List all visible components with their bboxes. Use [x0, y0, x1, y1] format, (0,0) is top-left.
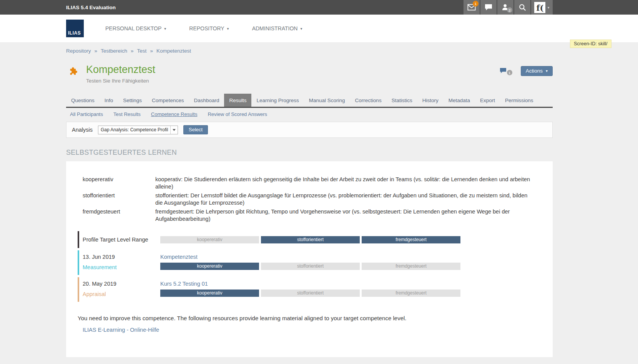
- tab-history[interactable]: History: [417, 94, 444, 107]
- search-button[interactable]: [514, 0, 530, 15]
- menu-repository[interactable]: REPOSITORY ▾: [189, 25, 229, 31]
- target-row-marker: [78, 231, 79, 248]
- appraisal-bars: koopererativ stofforientiert fremdgesteu…: [160, 290, 460, 297]
- ilias-logo-text: ILIAS: [68, 30, 81, 36]
- legend-description: kooperativ: Die Studierenden erläutern s…: [155, 176, 534, 190]
- legend-term: koopererativ: [83, 176, 155, 190]
- chat-button[interactable]: [480, 0, 497, 15]
- level-bar: koopererativ: [160, 263, 259, 270]
- tab-dashboard[interactable]: Dashboard: [189, 94, 224, 107]
- ilias-logo[interactable]: ILIAS: [66, 20, 84, 37]
- improvement-message: You need to improve this competence. The…: [78, 315, 537, 321]
- appraisal-type-label: Appraisal: [83, 291, 160, 297]
- test-object-icon-wrap: [66, 64, 79, 84]
- select-button[interactable]: Select: [183, 125, 208, 134]
- measurement-type-label: Measurement: [83, 264, 160, 270]
- subtab-bar: All Participants Test Results Competence…: [66, 108, 638, 117]
- breadcrumb-separator: »: [131, 48, 134, 54]
- target-level-bars: koopererativ stofforientiert fremdgesteu…: [160, 231, 460, 248]
- appraisal-row-marker: [78, 277, 79, 302]
- level-bar: koopererativ: [160, 236, 259, 243]
- analysis-select-value: Gap Analysis: Competence Profil: [98, 127, 170, 132]
- chevron-down-icon: ▾: [547, 5, 549, 10]
- analysis-toolbar: Analysis Gap Analysis: Competence Profil…: [66, 122, 553, 138]
- chevron-down-icon: ▾: [300, 26, 302, 31]
- tab-results[interactable]: Results: [224, 94, 251, 107]
- mail-badge: 1: [473, 1, 478, 7]
- breadcrumb-separator: »: [95, 48, 98, 54]
- avatar: f(: [534, 2, 545, 13]
- breadcrumb-separator: »: [150, 48, 153, 54]
- top-bar: ILIAS 5.4 Evaluation 1 2 f( ▾: [0, 0, 638, 15]
- user-menu-button[interactable]: f( ▾: [531, 0, 553, 15]
- breadcrumb-kompetenztest[interactable]: Kompetenztest: [156, 48, 191, 54]
- mail-button[interactable]: 1: [464, 0, 480, 15]
- appraisal-row: 20. May 2019 Appraisal Kurs 5.2 Testing …: [78, 277, 537, 302]
- comments-button[interactable]: 1: [500, 66, 512, 75]
- subtab-all-participants[interactable]: All Participants: [70, 111, 103, 117]
- menu-administration[interactable]: ADMINISTRATION ▾: [252, 25, 302, 31]
- select-caret-icon: [170, 126, 178, 134]
- level-bar: stofforientiert: [261, 290, 360, 297]
- legend-description: fremdgesteuert: Die Lehrperson gibt Rich…: [155, 208, 534, 223]
- puzzle-icon: [66, 72, 78, 78]
- appraisal-source-link[interactable]: Kurs 5.2 Testing 01: [160, 281, 460, 287]
- legend-row: fremdgesteuert fremdgesteuert: Die Lehrp…: [83, 208, 537, 223]
- level-bar: stofforientiert: [261, 263, 360, 270]
- tab-competences[interactable]: Competences: [147, 94, 189, 107]
- main-header: ILIAS PERSONAL DESKTOP ▾ REPOSITORY ▾ AD…: [0, 15, 638, 42]
- screen-id-badge: Screen-ID: skill/: [570, 40, 611, 48]
- tab-metadata[interactable]: Metadata: [444, 94, 475, 107]
- tab-learning-progress[interactable]: Learning Progress: [251, 94, 304, 107]
- learning-resource-link[interactable]: ILIAS E-Learning - Online-Hilfe: [83, 327, 159, 333]
- target-row-label: Profile Target Level Range: [83, 237, 148, 243]
- title-controls: 1 Actions ▾: [500, 64, 553, 84]
- legend-description: stofforientiert: Der Lernstoff bildet di…: [155, 192, 534, 207]
- measurement-source-link[interactable]: Kompetenztest: [160, 254, 460, 260]
- breadcrumb-testbereich[interactable]: Testbereich: [101, 48, 127, 54]
- competence-panel: koopererativ kooperativ: Die Studierende…: [66, 161, 553, 357]
- chat-icon: [485, 4, 492, 11]
- tab-export[interactable]: Export: [475, 94, 500, 107]
- tab-info[interactable]: Info: [100, 94, 118, 107]
- tab-statistics[interactable]: Statistics: [387, 94, 417, 107]
- menu-personal-desktop[interactable]: PERSONAL DESKTOP ▾: [105, 25, 166, 31]
- object-title-block: Kompetenztest Testen Sie Ihre Fähigkeite…: [66, 64, 553, 84]
- measurement-bars: koopererativ stofforientiert fremdgesteu…: [160, 263, 460, 270]
- subtab-test-results[interactable]: Test Results: [113, 111, 141, 117]
- chevron-down-icon: ▾: [227, 26, 229, 31]
- level-bar: fremdgesteuert: [362, 263, 460, 270]
- chevron-down-icon: ▾: [546, 69, 548, 73]
- measurement-date: 13. Jun 2019: [83, 254, 160, 260]
- contacts-button[interactable]: 2: [497, 0, 513, 15]
- actions-button[interactable]: Actions ▾: [521, 66, 553, 76]
- chevron-down-icon: ▾: [164, 26, 166, 31]
- target-level-row: Profile Target Level Range koopererativ …: [78, 231, 537, 248]
- tab-bar: Questions Info Settings Competences Dash…: [66, 94, 553, 108]
- competence-section-heading: SELBSTGESTEUERTES LERNEN: [66, 149, 638, 157]
- breadcrumb-repository[interactable]: Repository: [66, 48, 91, 54]
- measurement-row: 13. Jun 2019 Measurement Kompetenztest k…: [78, 250, 537, 275]
- breadcrumb: Repository » Testbereich » Test » Kompet…: [0, 42, 638, 54]
- legend-row: koopererativ kooperativ: Die Studierende…: [83, 176, 537, 190]
- comments-badge: 1: [507, 70, 512, 75]
- tab-corrections[interactable]: Corrections: [350, 94, 387, 107]
- tab-questions[interactable]: Questions: [66, 94, 100, 107]
- tab-settings[interactable]: Settings: [118, 94, 147, 107]
- level-bar: fremdgesteuert: [362, 290, 460, 297]
- page-title: Kompetenztest: [86, 64, 155, 76]
- installation-title: ILIAS 5.4 Evaluation: [66, 5, 116, 10]
- analysis-select[interactable]: Gap Analysis: Competence Profil: [98, 126, 178, 134]
- measurement-row-marker: [78, 250, 79, 275]
- search-icon: [519, 4, 526, 11]
- topbar-icons: 1 2 f( ▾: [464, 0, 553, 15]
- analysis-label: Analysis: [72, 127, 93, 133]
- subtab-review-scored-answers[interactable]: Review of Scored Answers: [208, 111, 267, 117]
- tab-permissions[interactable]: Permissions: [500, 94, 538, 107]
- tab-manual-scoring[interactable]: Manual Scoring: [304, 94, 350, 107]
- subtab-competence-results[interactable]: Competence Results: [151, 111, 198, 117]
- page-subtitle: Testen Sie Ihre Fähigkeiten: [86, 78, 155, 84]
- legend-term: stofforientiert: [83, 192, 155, 207]
- level-bar: stofforientiert: [261, 236, 360, 243]
- breadcrumb-test[interactable]: Test: [137, 48, 147, 54]
